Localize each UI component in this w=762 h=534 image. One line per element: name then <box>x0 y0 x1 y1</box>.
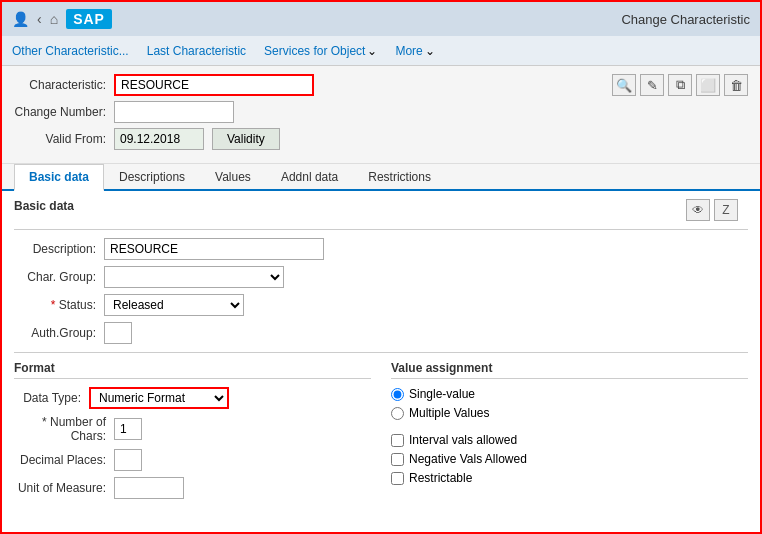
nav-services-for-object[interactable]: Services for Object ⌄ <box>264 44 377 58</box>
basic-data-divider <box>14 229 748 230</box>
restrictable-row: Restrictable <box>391 471 748 485</box>
edit-button[interactable]: ✎ <box>640 74 664 96</box>
main-container: 👤 ‹ ⌂ SAP Change Characteristic Other Ch… <box>0 0 762 534</box>
single-value-row: Single-value <box>391 387 748 401</box>
unit-row: Unit of Measure: <box>14 477 371 499</box>
content-icon-2: Z <box>722 203 729 217</box>
multiple-values-radio[interactable] <box>391 407 404 420</box>
restrictable-checkbox[interactable] <box>391 472 404 485</box>
nav-services-label[interactable]: Services for Object <box>264 44 365 58</box>
status-label: Status: <box>14 298 104 312</box>
user-icon[interactable]: 👤 <box>12 11 29 27</box>
edit-icon: ✎ <box>647 78 658 93</box>
format-divider <box>14 352 748 353</box>
interval-vals-checkbox[interactable] <box>391 434 404 447</box>
content-area: Basic data 👁 Z Description: Char. Group:… <box>2 191 760 532</box>
negative-vals-row: Negative Vals Allowed <box>391 452 748 466</box>
restrictable-label: Restrictable <box>409 471 472 485</box>
unit-label: Unit of Measure: <box>14 481 114 495</box>
tab-descriptions[interactable]: Descriptions <box>104 164 200 189</box>
toolbar-nav: Other Characteristic... Last Characteris… <box>2 36 760 66</box>
description-label: Description: <box>14 242 104 256</box>
char-group-label: Char. Group: <box>14 270 104 284</box>
decimal-row: Decimal Places: <box>14 449 371 471</box>
copy-icon: ⧉ <box>676 77 685 93</box>
sap-logo: SAP <box>66 9 112 29</box>
home-icon[interactable]: ⌂ <box>50 11 58 27</box>
value-assignment-title: Value assignment <box>391 361 748 379</box>
tabs-row: Basic data Descriptions Values Addnl dat… <box>2 164 760 191</box>
content-icon-btn-2[interactable]: Z <box>714 199 738 221</box>
nav-other-characteristic[interactable]: Other Characteristic... <box>12 44 129 58</box>
format-title: Format <box>14 361 371 379</box>
char-group-row: Char. Group: <box>14 266 748 288</box>
basic-data-title: Basic data <box>14 199 74 213</box>
nav-last-characteristic[interactable]: Last Characteristic <box>147 44 246 58</box>
data-type-row: Data Type: Numeric Format Character Form… <box>14 387 371 409</box>
header-left: 👤 ‹ ⌂ SAP <box>12 9 112 29</box>
negative-vals-label: Negative Vals Allowed <box>409 452 527 466</box>
relations-button[interactable]: ⬜ <box>696 74 720 96</box>
nav-more[interactable]: More ⌄ <box>395 44 434 58</box>
content-icon-btn-1[interactable]: 👁 <box>686 199 710 221</box>
form-area: Characteristic: Change Number: Valid Fro… <box>2 66 760 164</box>
format-column: Format Data Type: Numeric Format Charact… <box>14 361 371 505</box>
valid-from-input[interactable] <box>114 128 204 150</box>
unit-input[interactable] <box>114 477 184 499</box>
delete-button[interactable]: 🗑 <box>724 74 748 96</box>
single-value-label: Single-value <box>409 387 475 401</box>
content-icon-group: 👁 Z <box>686 199 738 221</box>
tab-addnl-data[interactable]: Addnl data <box>266 164 353 189</box>
value-assignment-column: Value assignment Single-value Multiple V… <box>371 361 748 505</box>
characteristic-row: Characteristic: <box>14 74 314 96</box>
status-row: Status: Released In Preparation Locked <box>14 294 748 316</box>
change-number-row: Change Number: <box>14 101 314 123</box>
description-row: Description: <box>14 238 748 260</box>
copy-button[interactable]: ⧉ <box>668 74 692 96</box>
num-chars-label: * Number of Chars: <box>14 415 114 443</box>
services-chevron-icon: ⌄ <box>367 44 377 58</box>
basic-data-header: Basic data 👁 Z <box>14 199 748 221</box>
num-chars-input[interactable] <box>114 418 142 440</box>
valid-from-row: Valid From: Validity <box>14 128 314 150</box>
data-type-label: Data Type: <box>14 391 89 405</box>
tab-values[interactable]: Values <box>200 164 266 189</box>
binoculars-button[interactable]: 🔍 <box>612 74 636 96</box>
valid-from-label: Valid From: <box>14 132 114 146</box>
decimal-label: Decimal Places: <box>14 453 114 467</box>
nav-more-label[interactable]: More <box>395 44 422 58</box>
auth-group-label: Auth.Group: <box>14 326 104 340</box>
multiple-values-label: Multiple Values <box>409 406 489 420</box>
validity-button[interactable]: Validity <box>212 128 280 150</box>
form-fields: Characteristic: Change Number: Valid Fro… <box>14 74 314 155</box>
back-icon[interactable]: ‹ <box>37 11 42 27</box>
decimal-input[interactable] <box>114 449 142 471</box>
two-col-layout: Format Data Type: Numeric Format Charact… <box>14 361 748 505</box>
char-group-select[interactable] <box>104 266 284 288</box>
change-number-input[interactable] <box>114 101 234 123</box>
characteristic-label: Characteristic: <box>14 78 114 92</box>
interval-vals-label: Interval vals allowed <box>409 433 517 447</box>
relations-icon: ⬜ <box>700 78 716 93</box>
single-value-radio[interactable] <box>391 388 404 401</box>
delete-icon: 🗑 <box>730 78 743 93</box>
change-number-label: Change Number: <box>14 105 114 119</box>
data-type-select[interactable]: Numeric Format Character Format Date Tim… <box>89 387 229 409</box>
tab-basic-data[interactable]: Basic data <box>14 164 104 191</box>
status-select[interactable]: Released In Preparation Locked <box>104 294 244 316</box>
auth-group-row: Auth.Group: <box>14 322 748 344</box>
header-bar: 👤 ‹ ⌂ SAP Change Characteristic <box>2 2 760 36</box>
page-title: Change Characteristic <box>621 12 750 27</box>
description-input[interactable] <box>104 238 324 260</box>
negative-vals-checkbox[interactable] <box>391 453 404 466</box>
content-icon-1: 👁 <box>692 203 704 217</box>
multiple-values-row: Multiple Values <box>391 406 748 420</box>
more-chevron-icon: ⌄ <box>425 44 435 58</box>
toolbar-icons: 🔍 ✎ ⧉ ⬜ 🗑 <box>612 74 748 96</box>
interval-vals-row: Interval vals allowed <box>391 433 748 447</box>
num-chars-row: * Number of Chars: <box>14 415 371 443</box>
characteristic-input[interactable] <box>114 74 314 96</box>
auth-group-input[interactable] <box>104 322 132 344</box>
binoculars-icon: 🔍 <box>616 78 632 93</box>
tab-restrictions[interactable]: Restrictions <box>353 164 446 189</box>
